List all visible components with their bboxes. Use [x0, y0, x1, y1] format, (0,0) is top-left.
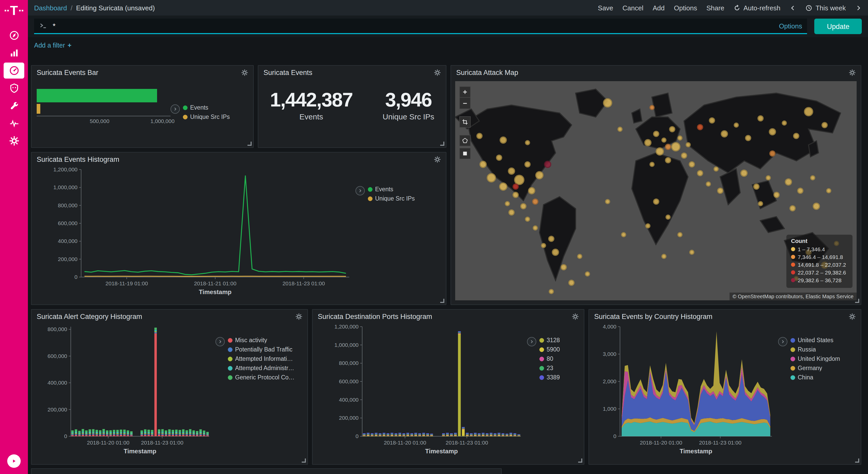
map-marker[interactable] — [669, 126, 675, 132]
map-marker[interactable] — [653, 131, 659, 137]
panel-resize-handle[interactable] — [247, 142, 252, 146]
map-marker[interactable] — [714, 166, 719, 171]
map-marker[interactable] — [535, 171, 544, 180]
map-marker[interactable] — [585, 271, 590, 276]
time-forward-button[interactable] — [855, 4, 862, 11]
map-marker[interactable] — [605, 199, 611, 204]
sidebar-item-discover[interactable] — [4, 27, 24, 43]
map-marker[interactable] — [577, 254, 582, 259]
auto-refresh-button[interactable]: Auto-refresh — [734, 4, 780, 11]
bar-events[interactable] — [37, 89, 157, 102]
legend-item[interactable]: 29,382.6 – 36,728 — [791, 277, 848, 283]
legend-toggle-button[interactable] — [778, 337, 787, 346]
map-marker[interactable] — [797, 188, 803, 194]
panel-resize-handle[interactable] — [440, 142, 444, 146]
map-marker[interactable] — [741, 170, 748, 177]
map-marker[interactable] — [541, 243, 546, 248]
map-fit-bounds-button[interactable] — [459, 116, 471, 128]
update-button[interactable]: Update — [814, 19, 862, 34]
map-marker[interactable] — [532, 199, 538, 205]
sidebar-item-visualize[interactable] — [4, 45, 24, 61]
map-marker[interactable] — [822, 122, 828, 128]
map-marker[interactable] — [512, 192, 519, 198]
bar-unique-src-ips[interactable] — [37, 104, 40, 114]
map-marker[interactable] — [773, 192, 779, 198]
map-marker[interactable] — [769, 150, 776, 157]
map-marker[interactable] — [697, 124, 703, 130]
legend-item[interactable]: Events — [183, 105, 230, 111]
map-marker[interactable] — [505, 201, 510, 207]
options-button[interactable]: Options — [674, 4, 697, 11]
map-marker[interactable] — [665, 144, 671, 150]
legend-item[interactable]: 14,691.8 – 22,037.2 — [791, 262, 848, 268]
map-marker[interactable] — [672, 142, 681, 151]
legend-item[interactable]: Generic Protocol Co… — [228, 374, 294, 380]
map-marker[interactable] — [524, 161, 531, 168]
map-marker[interactable] — [496, 155, 502, 161]
map-marker[interactable] — [782, 120, 787, 125]
sidebar-item-security[interactable] — [4, 80, 24, 96]
map-marker[interactable] — [689, 161, 695, 168]
map-marker[interactable] — [645, 223, 650, 229]
add-button[interactable]: Add — [653, 4, 665, 11]
sidebar-collapse-button[interactable] — [7, 454, 21, 468]
map-marker[interactable] — [665, 157, 671, 163]
map-marker[interactable] — [603, 98, 613, 108]
legend-item[interactable]: Potentially Bad Traffic — [228, 346, 294, 353]
map-marker[interactable] — [653, 199, 659, 205]
map-marker[interactable] — [508, 210, 515, 216]
legend-toggle-button[interactable] — [527, 337, 536, 346]
map-zoom-in-button[interactable] — [459, 86, 471, 98]
legend-item[interactable]: 80 — [539, 356, 560, 362]
map-marker[interactable] — [500, 137, 507, 144]
map-marker[interactable] — [753, 183, 760, 189]
map-marker[interactable] — [525, 140, 530, 145]
map-marker[interactable] — [810, 175, 815, 180]
save-button[interactable]: Save — [598, 4, 613, 11]
map-marker[interactable] — [512, 183, 519, 189]
panel-resize-handle[interactable] — [855, 299, 859, 303]
map-marker[interactable] — [561, 264, 567, 271]
legend-item[interactable]: 5900 — [539, 346, 560, 353]
legend-item[interactable]: 3128 — [539, 337, 560, 343]
map-marker[interactable] — [621, 232, 626, 237]
legend-item[interactable]: United Kingdom — [790, 356, 840, 362]
map-marker[interactable] — [769, 128, 776, 135]
add-filter-button[interactable]: Add a filter + — [34, 41, 71, 49]
map-marker[interactable] — [476, 133, 482, 139]
map-marker[interactable] — [720, 130, 728, 138]
map-marker[interactable] — [487, 173, 496, 182]
map-marker[interactable] — [568, 279, 575, 286]
map-marker[interactable] — [649, 162, 654, 167]
legend-item[interactable]: Attempted Informati… — [228, 356, 294, 362]
breadcrumb-dashboard-link[interactable]: Dashboard — [34, 4, 67, 11]
map-marker[interactable] — [552, 248, 559, 256]
map-marker[interactable] — [758, 201, 763, 207]
panel-resize-handle[interactable] — [440, 299, 444, 303]
map-marker[interactable] — [525, 216, 530, 222]
map-marker[interactable] — [617, 127, 622, 132]
map-marker[interactable] — [544, 161, 551, 168]
map-marker[interactable] — [709, 118, 715, 124]
legend-toggle-button[interactable] — [215, 337, 225, 346]
panel-gear-button[interactable] — [434, 156, 441, 163]
legend-item[interactable]: Misc activity — [228, 337, 294, 343]
legend-item[interactable]: Russia — [790, 346, 840, 353]
legend-item[interactable]: Events — [368, 186, 414, 192]
legend-item[interactable]: 3389 — [539, 374, 560, 380]
map-marker[interactable] — [508, 168, 515, 175]
panel-gear-button[interactable] — [241, 69, 248, 76]
map-marker[interactable] — [785, 178, 792, 185]
legend-item[interactable]: 1 – 7,346.4 — [791, 246, 848, 252]
time-back-button[interactable] — [790, 4, 797, 11]
map-marker[interactable] — [661, 138, 666, 143]
map-marker[interactable] — [717, 188, 723, 194]
panel-gear-button[interactable] — [849, 313, 856, 320]
map-zoom-out-button[interactable] — [459, 98, 471, 109]
legend-item[interactable]: 22,037.2 – 29,382.6 — [791, 269, 848, 275]
map-marker[interactable] — [757, 115, 764, 121]
legend-item[interactable]: 7,346.4 – 14,691.8 — [791, 254, 848, 260]
legend-toggle-button[interactable] — [355, 186, 365, 196]
panel-resize-handle[interactable] — [855, 458, 859, 463]
map-draw-polygon-button[interactable] — [459, 135, 471, 146]
